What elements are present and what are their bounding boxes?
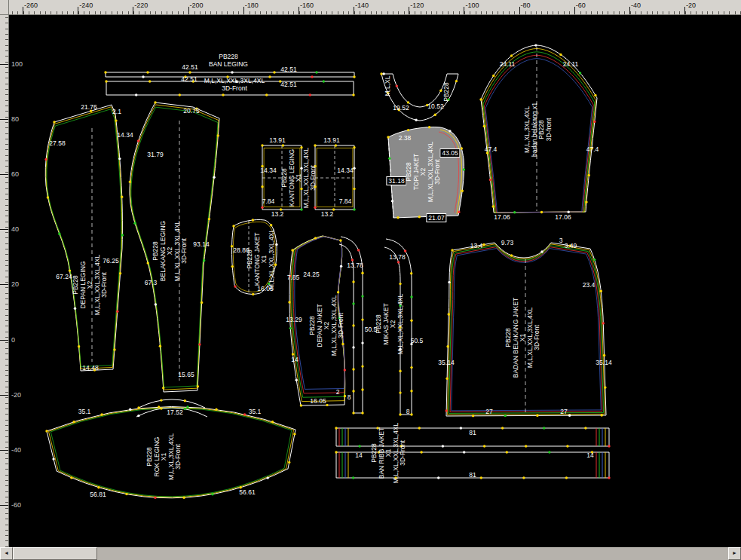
- ruler-corner: [0, 0, 9, 15]
- ruler-tick: [122, 11, 123, 14]
- ruler-tick: [690, 11, 691, 14]
- ruler-tick: [5, 227, 8, 228]
- ruler-tick: [702, 11, 703, 14]
- ruler-tick: [5, 133, 8, 134]
- ruler-label: -100: [465, 2, 479, 9]
- piece-belakang-leging[interactable]: [130, 103, 219, 392]
- ruler-tick: [305, 11, 305, 14]
- ruler-tick: [128, 11, 129, 14]
- ruler-tick: [5, 409, 8, 409]
- ruler-tick: [679, 11, 680, 14]
- left-ruler: [0, 15, 9, 547]
- ruler-tick: [5, 172, 8, 173]
- ruler-tick: [250, 11, 250, 14]
- pattern-canvas[interactable]: [0, 0, 741, 560]
- ruler-label: -20: [686, 2, 696, 9]
- piece-depan-jaket[interactable]: [289, 236, 345, 405]
- ruler-tick: [100, 11, 101, 14]
- ruler-tick: [5, 78, 8, 78]
- scroll-left-button[interactable]: ◄: [0, 547, 13, 560]
- ruler-tick: [712, 11, 713, 14]
- ruler-tick: [707, 11, 708, 14]
- ruler-tick: [536, 11, 537, 14]
- ruler-tick: [431, 11, 432, 14]
- piece-rok-leging[interactable]: [47, 399, 295, 498]
- ruler-tick: [5, 397, 8, 398]
- ruler-tick: [133, 7, 133, 14]
- ruler-tick: [12, 11, 13, 14]
- ruler-tick: [57, 11, 57, 14]
- ruler-tick: [106, 11, 106, 14]
- ruler-tick: [5, 359, 8, 360]
- ruler-label: -140: [355, 2, 369, 9]
- ruler-tick: [5, 375, 8, 376]
- ruler-tick: [5, 370, 8, 371]
- ruler-tick: [448, 11, 449, 14]
- piece-depan-leging[interactable]: [45, 105, 122, 371]
- piece-collar[interactable]: [381, 74, 458, 121]
- ruler-tick: [5, 260, 8, 261]
- scrollbar-thumb[interactable]: [13, 547, 97, 560]
- ruler-tick: [519, 7, 520, 14]
- ruler-tick: [112, 11, 112, 14]
- ruler-tick: [5, 199, 8, 200]
- ruler-tick: [629, 7, 630, 14]
- ruler-tick: [365, 11, 366, 14]
- ruler-tick: [271, 11, 272, 14]
- ruler-tick: [78, 7, 78, 14]
- ruler-tick: [205, 11, 206, 14]
- ruler-tick: [255, 11, 256, 14]
- piece-topi-jaket[interactable]: [388, 127, 464, 218]
- ruler-tick: [5, 287, 8, 288]
- scroll-right-icon: ►: [732, 550, 737, 555]
- ruler-label: -60: [576, 2, 586, 9]
- piece-front-facing[interactable]: [339, 237, 363, 413]
- ruler-tick: [0, 395, 8, 396]
- ruler-tick: [608, 11, 608, 14]
- ruler-tick: [23, 7, 23, 14]
- ruler-tick: [541, 11, 542, 14]
- piece-kantong-leging[interactable]: [262, 145, 354, 210]
- pattern-points: [44, 44, 610, 499]
- ruler-tick: [553, 11, 553, 14]
- ruler-tick: [591, 11, 592, 14]
- piece-ban-ribb-jaket[interactable]: [336, 428, 609, 478]
- ruler-tick: [5, 182, 8, 183]
- ruler-tick: [348, 11, 349, 14]
- ruler-tick: [652, 11, 653, 14]
- ruler-tick: [569, 11, 570, 14]
- ruler-tick: [5, 17, 8, 18]
- ruler-tick: [5, 348, 8, 349]
- ruler-tick: [5, 100, 8, 101]
- piece-lengan[interactable]: [481, 45, 597, 213]
- ruler-tick: [155, 11, 156, 14]
- ruler-tick: [641, 11, 641, 14]
- ruler-tick: [5, 94, 8, 95]
- piece-badan-belakang-jaket[interactable]: [446, 243, 606, 416]
- ruler-tick: [5, 216, 8, 216]
- ruler-tick: [5, 430, 8, 431]
- ruler-tick: [5, 513, 8, 514]
- ruler-tick: [5, 271, 8, 271]
- horizontal-scrollbar[interactable]: ◄ ►: [0, 547, 741, 560]
- ruler-tick: [724, 11, 724, 14]
- ruler-tick: [5, 23, 8, 23]
- ruler-tick: [145, 11, 145, 14]
- scroll-right-button[interactable]: ►: [728, 547, 741, 560]
- piece-mikas-jaket[interactable]: [384, 239, 412, 415]
- ruler-tick: [5, 249, 8, 249]
- ruler-tick: [669, 11, 669, 14]
- ruler-tick: [735, 11, 736, 14]
- ruler-tick: [227, 11, 228, 14]
- ruler-tick: [5, 210, 8, 211]
- ruler-tick: [5, 480, 8, 481]
- ruler-tick: [299, 7, 299, 14]
- ruler-tick: [464, 7, 464, 14]
- ruler-tick: [5, 205, 8, 206]
- ruler-tick: [5, 332, 8, 332]
- ruler-tick: [139, 11, 139, 14]
- ruler-tick: [310, 11, 311, 14]
- ruler-tick: [371, 11, 372, 14]
- ruler-label: -220: [134, 2, 148, 9]
- ruler-tick: [5, 39, 8, 40]
